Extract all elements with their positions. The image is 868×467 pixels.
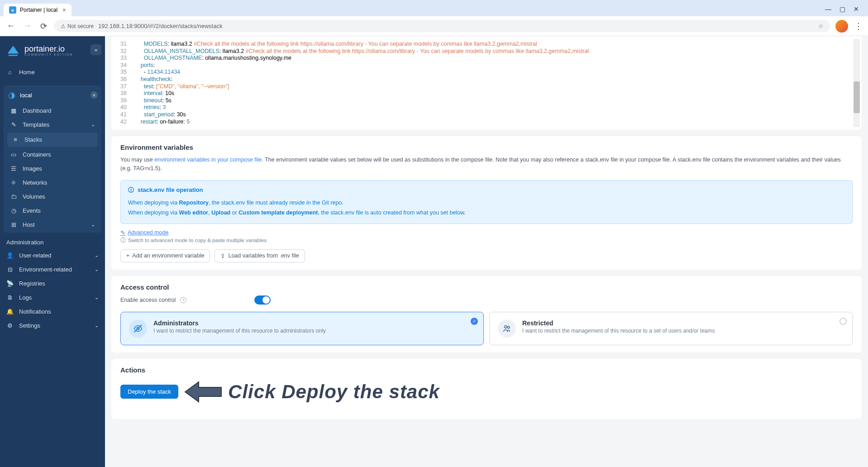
home-icon: ⌂ xyxy=(6,69,14,76)
window-minimize-icon[interactable]: — xyxy=(825,5,831,13)
env-close-icon[interactable]: × xyxy=(91,91,98,99)
sidebar-item-host[interactable]: ⊞Host⌄ xyxy=(4,218,101,232)
restricted-desc: I want to restrict the management of thi… xyxy=(522,328,715,334)
tab-title: Portainer | local xyxy=(20,7,57,13)
browser-back-icon[interactable]: ← xyxy=(5,21,16,31)
sidebar-item-networks[interactable]: ⚛Networks xyxy=(4,176,101,190)
not-secure-badge: ⚠ Not secure xyxy=(61,23,94,29)
templates-icon: ✎ xyxy=(10,121,17,128)
sidebar-item-images[interactable]: ☰Images xyxy=(4,162,101,176)
administrators-title: Administrators xyxy=(153,319,326,327)
window-controls: — ▢ ✕ xyxy=(825,5,864,16)
images-icon: ☰ xyxy=(10,165,17,172)
env-vars-title: Environment variables xyxy=(120,143,853,151)
info-box-title: ⓘ stack.env file operation xyxy=(128,186,845,194)
sidebar-item-events[interactable]: ◷Events xyxy=(4,204,101,218)
profile-avatar-icon[interactable] xyxy=(835,20,848,33)
containers-icon: ▭ xyxy=(10,151,17,158)
sidebar-environment-group: ◑ local × ▦Dashboard ✎Templates⌄ ≡Stacks… xyxy=(4,86,101,233)
bookmark-star-icon[interactable]: ☆ xyxy=(818,23,824,29)
access-administrators-card[interactable]: Administrators I want to restrict the ma… xyxy=(120,312,484,345)
annotation-text: Click Deploy the stack xyxy=(228,381,440,403)
chevron-down-icon: ⌄ xyxy=(91,122,95,128)
events-icon: ◷ xyxy=(10,207,17,214)
info-line-webeditor: When deploying via Web editor, Upload or… xyxy=(128,208,845,218)
browser-menu-icon[interactable]: ⋮ xyxy=(854,21,863,31)
actions-title: Actions xyxy=(120,366,853,374)
sidebar-item-home[interactable]: ⌂ Home xyxy=(0,65,105,79)
eye-off-icon xyxy=(129,319,147,338)
chevron-down-icon: ⌄ xyxy=(95,295,99,300)
window-close-icon[interactable]: ✕ xyxy=(854,5,859,13)
browser-toolbar: ← → ⟳ ⚠ Not secure 192.168.1.18:9000/#!/… xyxy=(0,16,868,36)
env-vars-description: You may use environment variables in you… xyxy=(120,156,853,173)
brand-edition: COMMUNITY EDITION xyxy=(24,53,73,56)
enable-access-label: Enable access control xyxy=(120,297,176,303)
advanced-mode-hint: ⓘSwitch to advanced mode to copy & paste… xyxy=(120,237,853,244)
docker-icon: ◑ xyxy=(8,90,15,100)
dashboard-icon: ▦ xyxy=(10,107,17,114)
users-group-icon xyxy=(498,319,516,338)
info-line-repository: When deploying via Repository, the stack… xyxy=(128,198,845,208)
add-env-var-button[interactable]: +Add an environment variable xyxy=(120,249,210,262)
access-control-toggle[interactable] xyxy=(254,295,271,305)
svg-point-3 xyxy=(507,326,510,329)
browser-tab-bar: ⎈ Portainer | local × — ▢ ✕ xyxy=(0,0,868,16)
main-content: 313233343536373839404142 MODELS: llama3.… xyxy=(105,36,868,467)
sidebar-item-stacks[interactable]: ≡Stacks xyxy=(7,133,98,147)
administrators-desc: I want to restrict the management of thi… xyxy=(153,328,326,334)
svg-point-2 xyxy=(505,325,507,328)
portainer-logo[interactable]: portainer.io COMMUNITY EDITION xyxy=(0,36,105,65)
editor-scrollbar-thumb[interactable] xyxy=(854,81,860,113)
tab-close-icon[interactable]: × xyxy=(62,6,66,14)
url-text: 192.168.1.18:9000/#!/2/docker/stacks/new… xyxy=(98,23,223,29)
window-maximize-icon[interactable]: ▢ xyxy=(839,5,845,13)
bell-icon: 🔔 xyxy=(6,308,14,315)
registries-icon: 📡 xyxy=(6,280,14,287)
edit-icon: ✎ xyxy=(120,229,125,236)
access-restricted-card[interactable]: Restricted I want to restrict the manage… xyxy=(489,312,853,345)
logs-icon: 🗎 xyxy=(6,294,14,301)
browser-tab[interactable]: ⎈ Portainer | local × xyxy=(4,4,72,16)
access-control-title: Access control xyxy=(120,283,853,291)
advanced-mode-link[interactable]: ✎Advanced mode xyxy=(120,229,853,236)
env-vars-docs-link[interactable]: environment variables in your compose fi… xyxy=(154,157,262,163)
sidebar-item-registries[interactable]: 📡Registries xyxy=(0,276,105,291)
sidebar-item-volumes[interactable]: 🗀Volumes xyxy=(4,190,101,204)
sidebar-item-logs[interactable]: 🗎Logs⌄ xyxy=(0,291,105,305)
sidebar-item-settings[interactable]: ⚙Settings⌄ xyxy=(0,319,105,333)
sidebar-item-dashboard[interactable]: ▦Dashboard xyxy=(4,104,101,118)
deploy-stack-button[interactable]: Deploy the stack xyxy=(120,385,178,399)
load-env-file-button[interactable]: ⇪Load variables from .env file xyxy=(215,249,305,262)
unselected-radio-icon xyxy=(839,318,847,325)
host-icon: ⊞ xyxy=(10,221,17,228)
stacks-icon: ≡ xyxy=(12,136,19,143)
access-control-section: Access control Enable access control ? A… xyxy=(111,276,862,353)
sidebar-collapse-icon[interactable]: « xyxy=(91,44,101,55)
browser-reload-icon[interactable]: ⟳ xyxy=(38,21,49,31)
volumes-icon: 🗀 xyxy=(10,193,17,200)
code-lines[interactable]: MODELS: llama3.2 #Check all the models a… xyxy=(131,41,857,125)
chevron-down-icon: ⌄ xyxy=(91,222,95,228)
help-icon[interactable]: ? xyxy=(180,297,186,303)
actions-section: Actions Deploy the stack Click Deploy th… xyxy=(111,359,862,419)
upload-icon: ⇪ xyxy=(220,253,225,259)
sidebar-item-user-related[interactable]: 👤User-related⌄ xyxy=(0,248,105,262)
sidebar-env-local[interactable]: ◑ local × xyxy=(4,86,101,104)
url-bar[interactable]: ⚠ Not secure 192.168.1.18:9000/#!/2/dock… xyxy=(54,20,830,32)
sidebar: « portainer.io COMMUNITY EDITION ⌂ Home … xyxy=(0,36,105,467)
sidebar-item-templates[interactable]: ✎Templates⌄ xyxy=(4,118,101,132)
sidebar-item-notifications[interactable]: 🔔Notifications xyxy=(0,305,105,319)
networks-icon: ⚛ xyxy=(10,179,17,186)
environment-icon: ⊟ xyxy=(6,266,14,273)
annotation-arrow-icon xyxy=(183,378,224,405)
stack-env-info-box: ⓘ stack.env file operation When deployin… xyxy=(120,180,853,224)
portainer-logo-icon xyxy=(6,43,20,57)
compose-editor[interactable]: 313233343536373839404142 MODELS: llama3.… xyxy=(111,36,862,130)
plus-icon: + xyxy=(126,253,129,259)
sidebar-item-environment-related[interactable]: ⊟Environment-related⌄ xyxy=(0,262,105,276)
sidebar-item-containers[interactable]: ▭Containers xyxy=(4,148,101,162)
info-small-icon: ⓘ xyxy=(120,237,126,244)
gear-icon: ⚙ xyxy=(6,322,14,329)
line-gutter: 313233343536373839404142 xyxy=(116,41,131,125)
